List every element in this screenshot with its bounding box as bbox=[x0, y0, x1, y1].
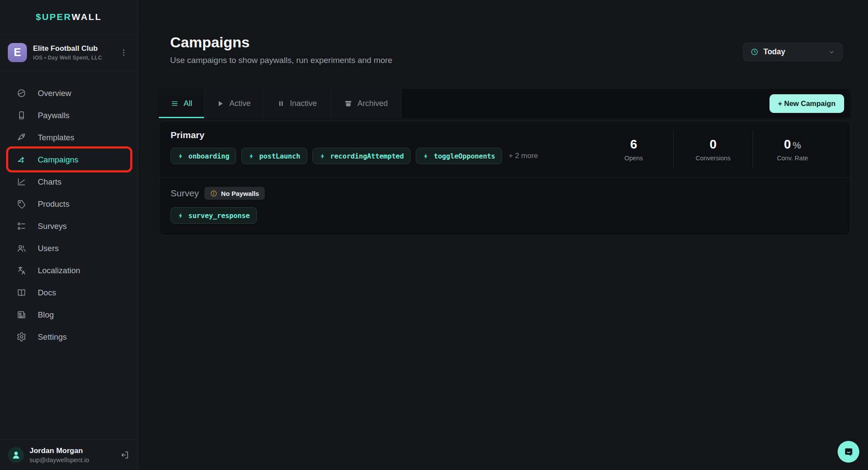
bolt-icon bbox=[423, 153, 429, 159]
sidebar-item-label: Surveys bbox=[38, 222, 67, 231]
event-tag: recordingAttempted bbox=[312, 148, 411, 164]
chevron-down-icon bbox=[828, 48, 835, 56]
sidebar-item-docs[interactable]: Docs bbox=[0, 281, 138, 304]
tab-archived[interactable]: Archived bbox=[331, 89, 401, 118]
tag-icon bbox=[16, 199, 26, 209]
tab-label: All bbox=[184, 99, 192, 108]
pause-icon bbox=[277, 99, 285, 108]
gear-icon bbox=[16, 332, 26, 342]
overview-icon bbox=[16, 88, 26, 98]
campaign-row-survey[interactable]: Survey No Paywalls survey_response bbox=[159, 178, 850, 235]
sidebar-item-label: Users bbox=[38, 244, 59, 253]
chat-icon bbox=[843, 446, 855, 458]
sidebar-item-overview[interactable]: Overview bbox=[0, 82, 138, 104]
tabbar-filler: + New Campaign bbox=[401, 89, 851, 118]
campaign-row-primary[interactable]: Primary onboarding postLaunch recordingA… bbox=[159, 121, 850, 178]
list-icon bbox=[171, 99, 179, 108]
bolt-icon bbox=[319, 153, 326, 159]
campaign-tabs: All Active Inactive Archived + New Campa… bbox=[159, 89, 851, 118]
sidebar: $UPERWALL E Elite Football Club iOS • Da… bbox=[0, 0, 138, 470]
workspace-avatar: E bbox=[8, 43, 27, 62]
sidebar-item-campaigns[interactable]: Campaigns bbox=[0, 149, 138, 171]
campaign-name: Survey bbox=[171, 188, 199, 199]
event-tag-label: survey_response bbox=[188, 212, 250, 220]
sidebar-item-label: Docs bbox=[38, 288, 56, 298]
user-email: sup@daywellspent.io bbox=[30, 457, 114, 463]
event-tag: postLaunch bbox=[241, 148, 307, 164]
bolt-icon bbox=[248, 153, 255, 159]
stat-value: 0 bbox=[674, 137, 753, 152]
event-tag: onboarding bbox=[171, 148, 236, 164]
bolt-icon bbox=[178, 153, 184, 159]
event-tag-label: postLaunch bbox=[259, 152, 300, 160]
signout-icon[interactable] bbox=[120, 450, 130, 460]
sidebar-item-label: Blog bbox=[38, 310, 54, 320]
tab-all[interactable]: All bbox=[159, 89, 204, 118]
archive-icon bbox=[344, 99, 352, 108]
stat-conv-rate: 0% Conv. Rate bbox=[753, 137, 832, 162]
event-tag-label: recordingAttempted bbox=[330, 152, 404, 160]
percent-suffix: % bbox=[792, 140, 801, 151]
sidebar-item-label: Charts bbox=[38, 177, 62, 187]
stat-label: Conv. Rate bbox=[753, 155, 832, 162]
sidebar-item-label: Campaigns bbox=[38, 155, 79, 165]
sidebar-item-label: Localization bbox=[38, 266, 80, 275]
tab-label: Inactive bbox=[290, 99, 317, 108]
sidebar-item-blog[interactable]: Blog bbox=[0, 304, 138, 326]
page-title: Campaigns bbox=[170, 34, 250, 51]
checklist-icon bbox=[16, 221, 26, 231]
clock-icon bbox=[750, 48, 759, 56]
users-icon bbox=[16, 243, 26, 253]
sidebar-item-paywalls[interactable]: Paywalls bbox=[0, 104, 138, 126]
date-range-select[interactable]: Today bbox=[743, 43, 843, 61]
stat-value: 6 bbox=[594, 137, 673, 152]
sidebar-item-label: Products bbox=[38, 199, 69, 209]
workspace-name: Elite Football Club bbox=[33, 44, 112, 53]
stat-opens: 6 Opens bbox=[594, 137, 673, 162]
workspace-selector[interactable]: E Elite Football Club iOS • Day Well Spe… bbox=[0, 34, 138, 71]
new-campaign-button[interactable]: + New Campaign bbox=[769, 94, 845, 113]
campaign-stats: 6 Opens 0 Conversions 0% Conv. Rate bbox=[594, 130, 832, 169]
logo-rest: WALL bbox=[72, 12, 102, 22]
sidebar-nav: Overview Paywalls Templates Campaigns Ch… bbox=[0, 71, 138, 439]
sidebar-item-label: Templates bbox=[38, 133, 74, 142]
campaigns-split-icon bbox=[16, 155, 26, 165]
more-tags-label: + 2 more bbox=[509, 152, 538, 160]
chat-widget-button[interactable] bbox=[838, 441, 859, 463]
date-range-value: Today bbox=[763, 47, 785, 56]
play-icon bbox=[216, 99, 224, 108]
sidebar-item-label: Paywalls bbox=[38, 111, 69, 120]
sidebar-item-users[interactable]: Users bbox=[0, 237, 138, 259]
sidebar-item-label: Settings bbox=[38, 332, 67, 342]
event-tag: toggleOpponents bbox=[416, 148, 502, 164]
sidebar-item-charts[interactable]: Charts bbox=[0, 171, 138, 193]
stat-label: Conversions bbox=[674, 155, 753, 162]
page-subtitle: Use campaigns to show paywalls, run expe… bbox=[170, 56, 392, 65]
campaign-tags: survey_response bbox=[171, 207, 839, 224]
sidebar-item-localization[interactable]: Localization bbox=[0, 259, 138, 281]
sidebar-item-templates[interactable]: Templates bbox=[0, 126, 138, 149]
sidebar-item-settings[interactable]: Settings bbox=[0, 326, 138, 348]
sidebar-item-products[interactable]: Products bbox=[0, 193, 138, 215]
tab-label: Active bbox=[229, 99, 250, 108]
workspace-subtitle: iOS • Day Well Spent, LLC bbox=[33, 55, 112, 61]
stat-value: 0% bbox=[753, 137, 832, 152]
bolt-icon bbox=[178, 212, 184, 219]
info-icon bbox=[210, 190, 217, 197]
tab-label: Archived bbox=[357, 99, 388, 108]
stat-label: Opens bbox=[594, 155, 673, 162]
event-tag-label: toggleOpponents bbox=[434, 152, 495, 160]
superwall-logo: $UPERWALL bbox=[0, 0, 138, 34]
tab-active[interactable]: Active bbox=[204, 89, 263, 118]
book-icon bbox=[16, 288, 26, 298]
tab-inactive[interactable]: Inactive bbox=[263, 89, 331, 118]
stat-conversions: 0 Conversions bbox=[674, 137, 753, 162]
event-tag: survey_response bbox=[171, 207, 257, 224]
rocket-icon bbox=[16, 132, 26, 142]
translate-icon bbox=[16, 265, 26, 275]
workspace-menu-icon[interactable] bbox=[118, 46, 130, 59]
main-content: Campaigns Use campaigns to show paywalls… bbox=[138, 0, 868, 470]
sidebar-item-surveys[interactable]: Surveys bbox=[0, 215, 138, 237]
user-account: Jordan Morgan sup@daywellspent.io bbox=[0, 439, 138, 470]
badge-label: No Paywalls bbox=[221, 190, 259, 197]
